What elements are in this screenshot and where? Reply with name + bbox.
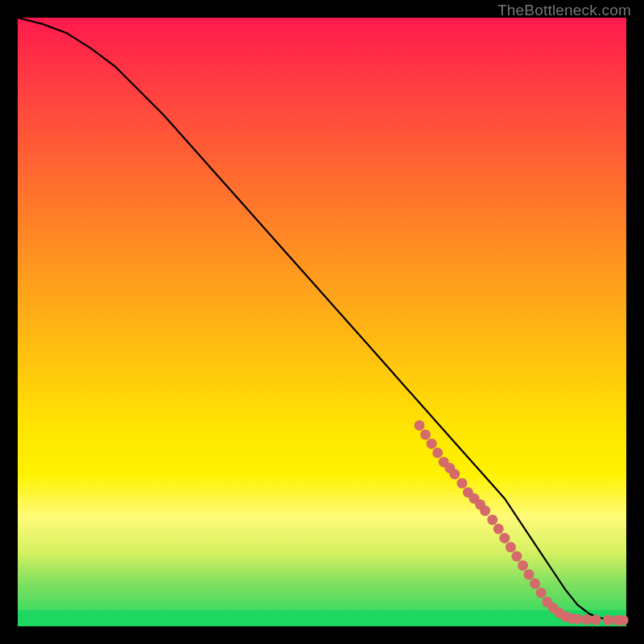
marker-dot	[415, 420, 425, 431]
marker-dot	[524, 569, 535, 580]
marker-dot	[618, 615, 629, 625]
marker-dot	[572, 613, 583, 624]
watermark-text: TheBottleneck.com	[497, 2, 631, 19]
marker-dot	[487, 514, 497, 525]
marker-dot	[432, 448, 443, 458]
marker-dot	[456, 478, 467, 489]
marker-dot	[493, 524, 504, 535]
marker-dot	[449, 469, 460, 480]
marker-dot	[499, 533, 510, 543]
marker-dot	[536, 588, 547, 598]
plot-overlay	[18, 18, 626, 626]
marker-dot	[603, 615, 613, 625]
marker-dot	[591, 615, 601, 625]
chart-stage: TheBottleneck.com	[0, 0, 644, 644]
marker-dot	[480, 506, 490, 516]
marker-dot	[518, 560, 528, 571]
marker-dot	[581, 614, 592, 625]
marker-dot	[420, 429, 431, 440]
marker-dot	[530, 579, 540, 589]
marker-dot	[506, 542, 516, 552]
marker-dot	[511, 551, 522, 562]
main-curve	[18, 18, 626, 620]
marker-dot	[427, 439, 437, 449]
